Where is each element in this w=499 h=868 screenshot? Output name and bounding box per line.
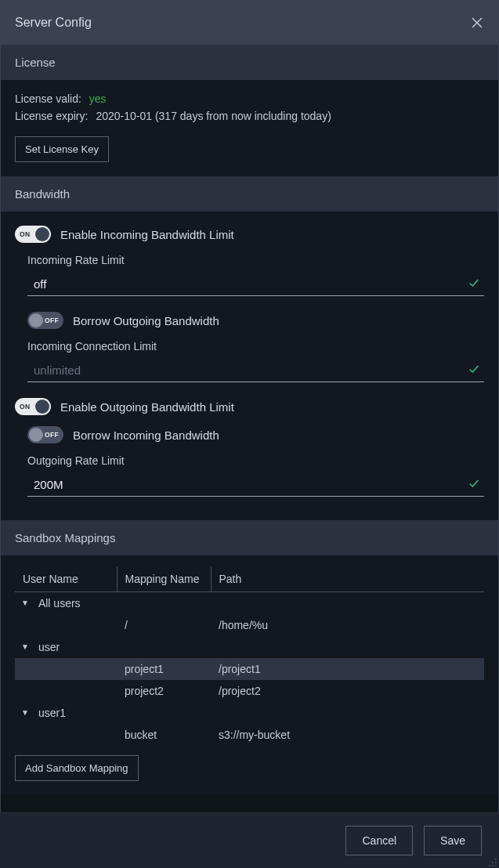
add-sandbox-mapping-button[interactable]: Add Sandbox Mapping — [15, 755, 139, 781]
svg-point-7 — [495, 865, 497, 866]
incoming-rate-input[interactable] — [34, 277, 462, 291]
license-valid-value: yes — [89, 92, 107, 105]
enable-outgoing-label: Enable Outgoing Bandwidth Limit — [60, 400, 234, 414]
mappings-section-header: Sandbox Mappings — [1, 520, 498, 555]
set-license-key-button[interactable]: Set License Key — [15, 136, 109, 162]
group-user-name: user — [38, 641, 60, 653]
svg-point-3 — [492, 862, 494, 863]
close-icon[interactable] — [470, 16, 484, 30]
group-row[interactable]: ▼All users — [15, 592, 484, 615]
outgoing-rate-input[interactable] — [34, 478, 462, 491]
bandwidth-section-header: Bandwidth — [1, 176, 498, 212]
chevron-down-icon[interactable]: ▼ — [21, 642, 29, 651]
chevron-down-icon[interactable]: ▼ — [21, 708, 29, 717]
borrow-incoming-label: Borrow Incoming Bandwidth — [73, 429, 219, 442]
chevron-down-icon[interactable]: ▼ — [21, 599, 29, 607]
table-header-row: User Name Mapping Name Path — [15, 566, 484, 592]
col-path[interactable]: Path — [211, 566, 484, 592]
row-path: /project1 — [211, 658, 484, 680]
incoming-conn-input[interactable] — [34, 363, 462, 377]
content: License License valid: yes License expir… — [1, 45, 498, 819]
enable-incoming-label: Enable Incoming Bandwidth Limit — [60, 228, 234, 241]
col-mapping[interactable]: Mapping Name — [117, 566, 211, 592]
mappings-table: User Name Mapping Name Path ▼All users//… — [15, 566, 484, 746]
row-path: s3://my-bucket — [211, 724, 484, 746]
license-expiry-value: 2020-10-01 (317 days from now including … — [96, 110, 331, 122]
save-button[interactable]: Save — [424, 826, 482, 855]
table-row[interactable]: buckets3://my-bucket — [15, 724, 484, 746]
row-mapping-name: bucket — [117, 724, 211, 746]
group-row[interactable]: ▼user — [15, 636, 484, 658]
outgoing-rate-group: Outgoing Rate Limit — [27, 454, 484, 497]
outgoing-rate-input-wrap — [27, 473, 484, 497]
license-valid-row: License valid: yes — [15, 92, 484, 105]
group-user-name: All users — [38, 597, 81, 609]
incoming-rate-input-wrap — [27, 273, 484, 296]
incoming-rate-label: Incoming Rate Limit — [27, 254, 484, 266]
license-expiry-row: License expiry: 2020-10-01 (317 days fro… — [15, 110, 484, 122]
table-row[interactable]: project2/project2 — [15, 680, 484, 702]
row-user-cell — [15, 614, 117, 636]
svg-point-6 — [492, 865, 494, 866]
col-user[interactable]: User Name — [15, 566, 117, 592]
enable-outgoing-toggle[interactable]: ON — [15, 398, 51, 415]
group-row[interactable]: ▼user1 — [15, 702, 484, 724]
dialog-footer: Cancel Save — [0, 812, 499, 868]
resize-grip-icon[interactable] — [488, 857, 497, 866]
row-user-cell — [15, 724, 117, 746]
row-path: /project2 — [211, 680, 484, 702]
mappings-section-body: User Name Mapping Name Path ▼All users//… — [1, 555, 498, 795]
bandwidth-section-body: ON Enable Incoming Bandwidth Limit Incom… — [1, 212, 498, 520]
license-expiry-label: License expiry: — [15, 110, 88, 122]
license-section-body: License valid: yes License expiry: 2020-… — [1, 80, 498, 176]
incoming-conn-group: Incoming Connection Limit — [27, 340, 484, 382]
svg-point-2 — [495, 859, 497, 860]
table-row[interactable]: //home/%u — [15, 614, 484, 636]
row-mapping-name: project1 — [117, 658, 211, 680]
window-title: Server Config — [15, 16, 92, 30]
incoming-conn-input-wrap — [27, 359, 484, 382]
check-icon — [468, 277, 479, 291]
table-row[interactable]: project1/project1 — [15, 658, 484, 680]
enable-incoming-row: ON Enable Incoming Bandwidth Limit — [15, 226, 484, 243]
check-icon — [468, 478, 479, 491]
license-section-header: License — [1, 45, 498, 80]
svg-point-5 — [489, 865, 490, 866]
borrow-incoming-toggle[interactable]: OFF — [27, 426, 63, 443]
borrow-outgoing-label: Borrow Outgoing Bandwidth — [73, 314, 219, 327]
license-valid-label: License valid: — [15, 92, 81, 105]
svg-point-4 — [495, 862, 497, 863]
row-path: /home/%u — [211, 614, 484, 636]
row-user-cell — [15, 680, 117, 702]
borrow-incoming-row: OFF Borrow Incoming Bandwidth — [27, 426, 484, 443]
cancel-button[interactable]: Cancel — [345, 826, 413, 855]
enable-incoming-toggle[interactable]: ON — [15, 226, 51, 243]
incoming-conn-label: Incoming Connection Limit — [27, 340, 484, 353]
borrow-outgoing-toggle[interactable]: OFF — [27, 312, 63, 329]
check-icon — [468, 363, 479, 377]
row-user-cell — [15, 658, 117, 680]
borrow-outgoing-row: OFF Borrow Outgoing Bandwidth — [27, 312, 484, 329]
enable-outgoing-row: ON Enable Outgoing Bandwidth Limit — [15, 398, 484, 415]
outgoing-rate-label: Outgoing Rate Limit — [27, 454, 484, 467]
group-user-name: user1 — [38, 707, 66, 719]
incoming-rate-group: Incoming Rate Limit — [27, 254, 484, 296]
row-mapping-name: project2 — [117, 680, 211, 702]
titlebar: Server Config — [1, 1, 498, 45]
row-mapping-name: / — [117, 614, 211, 636]
